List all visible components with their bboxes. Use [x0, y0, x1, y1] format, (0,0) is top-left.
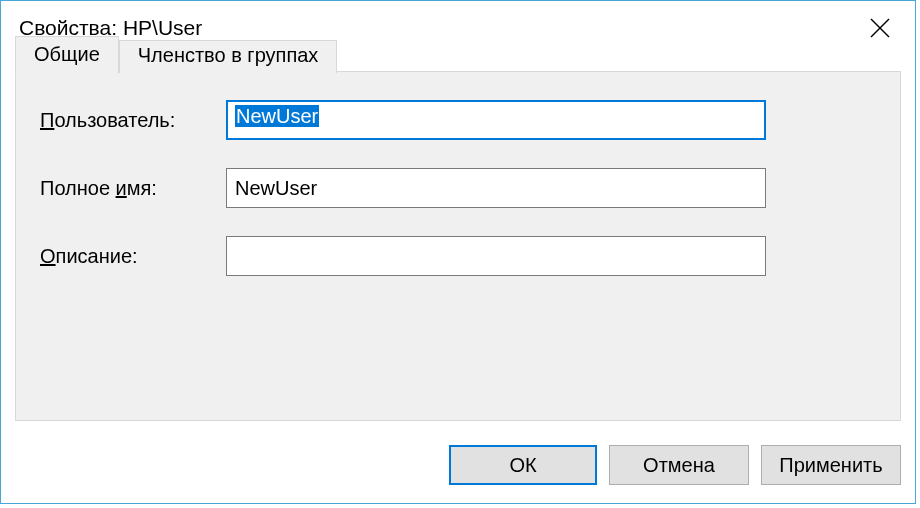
row-description: Описание:	[40, 236, 876, 276]
label-description: Описание:	[40, 245, 226, 268]
tab-membership[interactable]: Членство в группах	[119, 40, 338, 73]
close-button[interactable]	[845, 1, 915, 55]
close-icon	[869, 17, 891, 39]
cancel-button[interactable]: Отмена	[609, 445, 749, 485]
row-user: Пользователь: NewUser	[40, 100, 876, 140]
input-user[interactable]: NewUser	[226, 100, 766, 140]
form-body: Пользователь: NewUser Полное имя: Описан…	[16, 72, 900, 276]
button-row: ОК Отмена Применить	[449, 445, 901, 485]
row-fullname: Полное имя:	[40, 168, 876, 208]
label-user: Пользователь:	[40, 109, 226, 132]
label-fullname: Полное имя:	[40, 177, 226, 200]
apply-button[interactable]: Применить	[761, 445, 901, 485]
properties-dialog: Свойства: HP\User Общие Членство в групп…	[0, 0, 916, 504]
tab-content: Общие Членство в группах Пользователь: N…	[15, 71, 901, 421]
ok-button[interactable]: ОК	[449, 445, 597, 485]
input-description[interactable]	[226, 236, 766, 276]
tabs: Общие Членство в группах	[15, 36, 337, 73]
tab-general[interactable]: Общие	[15, 36, 119, 74]
input-fullname[interactable]	[226, 168, 766, 208]
